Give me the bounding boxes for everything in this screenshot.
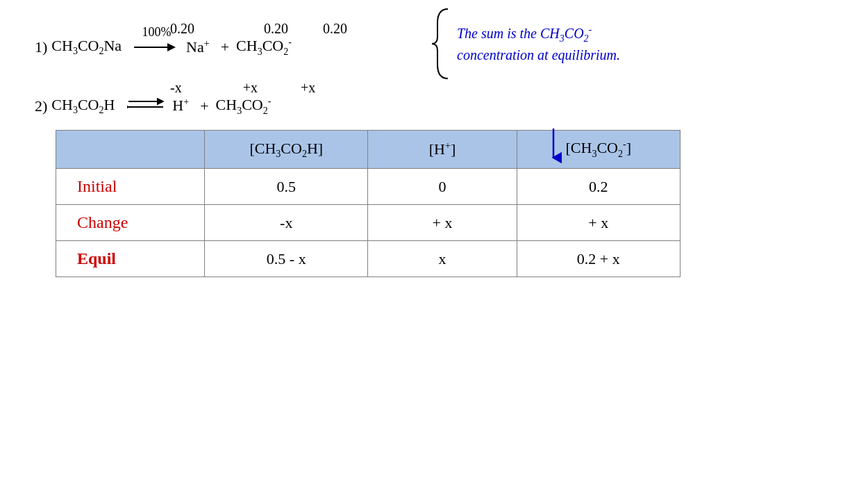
table-row-change: Change -x + x + x [56, 205, 681, 241]
header-col0 [56, 131, 205, 169]
table-container: [CH3CO2H] [H+] [CH3CO2-] Initial 0.5 [56, 130, 847, 277]
label-initial: Initial [56, 169, 205, 205]
reaction2-row: 2) CH3CO2H H+ + [35, 96, 847, 117]
reaction1-number: 1) [35, 38, 47, 56]
change-val2: +x [243, 80, 258, 96]
curly-brace-svg [431, 6, 451, 82]
table-row-equil: Equil 0.5 - x x 0.2 + x [56, 241, 681, 277]
reaction2-number: 2) [35, 97, 47, 115]
right-arrow-svg [134, 40, 179, 54]
above-val3: 0.20 [323, 21, 347, 37]
initial-col2: 0 [368, 169, 517, 205]
reaction2-arrow [127, 97, 165, 116]
curly-brace-group: The sum is the CH3CO2-concentration at e… [431, 6, 620, 82]
annotation-text: The sum is the CH3CO2-concentration at e… [457, 23, 620, 65]
equil-col1: 0.5 - x [205, 241, 368, 277]
change-val3: +x [301, 80, 315, 96]
change-col1: -x [205, 205, 368, 241]
above-val1: 0.20 [170, 21, 194, 37]
above-numbers-row2: -x +x +x [35, 80, 847, 96]
header-col1: [CH3CO2H] [205, 131, 368, 169]
main-container: 0.20 0.20 0.20 1) CH3CO2Na 100% [0, 0, 868, 487]
down-arrow-container [545, 129, 562, 167]
reaction2-product1: H+ [172, 97, 189, 115]
equil-col2: x [368, 241, 517, 277]
above-val2: 0.20 [264, 21, 288, 37]
reaction2-reactant: CH3CO2H [51, 96, 115, 116]
equations-block: 0.20 0.20 0.20 1) CH3CO2Na 100% [35, 21, 847, 116]
change-col3: + x [517, 205, 680, 241]
reaction1-reactant: CH3CO2Na [51, 37, 122, 57]
table-row-initial: Initial 0.5 0 0.2 [56, 169, 681, 205]
reaction1-plus: + [221, 38, 229, 56]
table-header-row: [CH3CO2H] [H+] [CH3CO2-] [56, 131, 681, 169]
header-col2: [H+] [368, 131, 517, 169]
double-arrow-svg [127, 97, 165, 112]
reaction2-product2: CH3CO2- [216, 96, 272, 117]
initial-col1: 0.5 [205, 169, 368, 205]
reaction1-product2: CH3CO2- [236, 37, 292, 58]
label-change: Change [56, 205, 205, 241]
change-col2: + x [368, 205, 517, 241]
down-arrow-svg [545, 129, 562, 163]
equil-col3: 0.2 + x [517, 241, 680, 277]
reaction1-product1: Na+ [186, 38, 210, 56]
reaction2-plus: + [200, 97, 208, 115]
reaction1-row: 1) CH3CO2Na 100% Na+ + CH3CO2- [35, 37, 847, 58]
reaction1-arrow: 100% [134, 40, 179, 54]
label-equil: Equil [56, 241, 205, 277]
arrow-percent: 100% [142, 25, 172, 40]
initial-col3: 0.2 [517, 169, 680, 205]
change-val1: -x [170, 80, 182, 96]
ice-table: [CH3CO2H] [H+] [CH3CO2-] Initial 0.5 [56, 130, 681, 277]
header-col3: [CH3CO2-] [517, 131, 680, 169]
